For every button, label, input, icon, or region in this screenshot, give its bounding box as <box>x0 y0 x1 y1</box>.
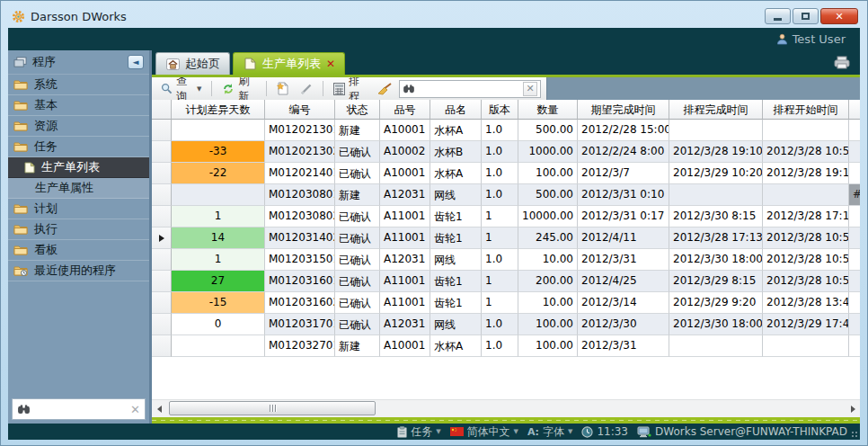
printer-icon[interactable] <box>833 56 851 69</box>
grid-row[interactable]: M012021301新建A10001水杯A1.0500.002012/2/28 … <box>152 120 860 141</box>
grid-cell[interactable]: A11001 <box>380 206 430 227</box>
scrollbar-thumb[interactable] <box>169 401 376 415</box>
grid-cell[interactable]: 新建 <box>335 120 380 141</box>
grid-cell[interactable]: 2012/3/28 10:52 <box>763 227 849 249</box>
grid-cell[interactable]: A10001 <box>380 163 430 184</box>
grid-cell[interactable]: 1.0 <box>482 184 518 206</box>
grid-cell[interactable]: 2012/3/28 10:52 <box>763 271 849 292</box>
row-selector-cell[interactable] <box>152 249 172 271</box>
grid-cell[interactable]: 已确认 <box>335 141 380 163</box>
row-selector-current[interactable] <box>152 227 172 249</box>
grid-cell[interactable]: -33 <box>172 141 265 163</box>
grid-cell[interactable]: 已确认 <box>335 314 380 335</box>
grid-cell[interactable]: 2012/3/28 19:10 <box>763 163 849 184</box>
grid-cell[interactable]: # <box>849 184 860 206</box>
grid-cell[interactable]: 200.00 <box>518 271 578 292</box>
grid-cell[interactable]: 500.00 <box>518 120 578 141</box>
column-header[interactable]: 数量 <box>518 100 578 120</box>
grid-cell[interactable] <box>669 120 763 141</box>
grid-cell[interactable]: 水杯B <box>430 141 482 163</box>
grid-cell[interactable] <box>849 249 860 271</box>
sidebar-item[interactable]: 最近使用的程序 <box>8 261 149 281</box>
clean-button[interactable] <box>374 81 395 97</box>
tab-production-order-list[interactable]: 生产单列表 ✕ <box>233 52 345 75</box>
grid-cell[interactable]: -22 <box>172 163 265 184</box>
grid-cell[interactable]: 2012/3/29 10:20 <box>669 163 763 184</box>
grid-cell[interactable] <box>172 184 265 206</box>
grid-cell[interactable]: A11001 <box>380 292 430 314</box>
grid-cell[interactable]: M012031701 <box>265 314 335 335</box>
grid-cell[interactable]: A10001 <box>380 120 430 141</box>
grid-cell[interactable]: 245.00 <box>518 227 578 249</box>
grid-cell[interactable]: 2012/3/7 <box>578 163 669 184</box>
grid-cell[interactable]: 1.0 <box>482 141 518 163</box>
tab-start-page[interactable]: 起始页 <box>155 52 230 75</box>
grid-cell[interactable]: 2012/2/24 8:00 <box>578 141 669 163</box>
column-header[interactable]: 期望完成时间 <box>578 100 669 120</box>
grid-cell[interactable]: 网线 <box>430 184 482 206</box>
sidebar-item[interactable]: 资源 <box>8 116 149 137</box>
grid-row[interactable]: 1M012030802已确认A11001齿轮1110000.002012/3/3… <box>152 206 860 227</box>
grid-cell[interactable] <box>849 335 860 357</box>
grid-cell[interactable]: M012032701 <box>265 335 335 357</box>
grid-cell[interactable] <box>849 206 860 227</box>
grid-row[interactable]: M012032701新建A10001水杯A1.0100.002012/3/31 <box>152 335 860 357</box>
grid-cell[interactable]: M012031602 <box>265 292 335 314</box>
column-header[interactable]: 品号 <box>380 100 430 120</box>
grid-cell[interactable]: 2012/3/29 17:46 <box>763 314 849 335</box>
grid-cell[interactable]: 2012/4/25 <box>578 271 669 292</box>
grid-cell[interactable]: M012030802 <box>265 206 335 227</box>
scroll-left-button[interactable] <box>152 401 166 416</box>
grid-cell[interactable]: 水杯A <box>430 335 482 357</box>
grid-cell[interactable]: 已确认 <box>335 271 380 292</box>
grid-cell[interactable] <box>849 163 860 184</box>
task-dropdown[interactable]: 任务 ▼ <box>397 424 440 440</box>
grid-cell[interactable] <box>763 120 849 141</box>
column-header[interactable]: 首 <box>849 100 860 120</box>
grid-cell[interactable]: 水杯A <box>430 163 482 184</box>
grid-cell[interactable] <box>763 335 849 357</box>
grid-cell[interactable]: A12031 <box>380 184 430 206</box>
grid-cell[interactable]: 1 <box>482 227 518 249</box>
grid-cell[interactable]: M012030801 <box>265 184 335 206</box>
grid-cell[interactable]: 1 <box>482 292 518 314</box>
grid-cell[interactable] <box>669 184 763 206</box>
grid-cell[interactable]: 齿轮1 <box>430 292 482 314</box>
restore-button[interactable] <box>793 8 819 24</box>
grid-cell[interactable] <box>669 335 763 357</box>
grid-cell[interactable]: 1 <box>172 249 265 271</box>
sidebar-item[interactable]: 生产单属性 <box>8 178 149 199</box>
grid-cell[interactable]: 2012/2/28 15:00 <box>578 120 669 141</box>
grid-cell[interactable]: 齿轮1 <box>430 206 482 227</box>
grid-cell[interactable]: 2012/3/14 <box>578 292 669 314</box>
grid-cell[interactable]: A12031 <box>380 249 430 271</box>
grid-cell[interactable]: 2012/3/28 19:10 <box>669 141 763 163</box>
grid-cell[interactable]: 10000.00 <box>518 206 578 227</box>
grid-cell[interactable]: 1.0 <box>482 335 518 357</box>
grid-cell[interactable]: A11001 <box>380 227 430 249</box>
column-header[interactable]: 品名 <box>430 100 482 120</box>
scroll-right-button[interactable] <box>846 401 860 416</box>
font-dropdown[interactable]: A: 字体 ▼ <box>527 424 573 440</box>
sidebar-item[interactable]: 看板 <box>8 240 149 261</box>
grid-cell[interactable]: 2012/3/31 <box>578 335 669 357</box>
column-header[interactable]: 状态 <box>335 100 380 120</box>
grid-cell[interactable]: 2012/3/31 0:17 <box>578 206 669 227</box>
grid-cell[interactable]: M012021401 <box>265 163 335 184</box>
grid-cell[interactable] <box>763 184 849 206</box>
row-selector-cell[interactable] <box>152 271 172 292</box>
grid-row[interactable]: 1M012031501已确认A12031网线1.010.002012/3/312… <box>152 249 860 271</box>
grid-cell[interactable]: 齿轮1 <box>430 227 482 249</box>
grid-cell[interactable]: 1.0 <box>482 120 518 141</box>
row-selector-cell[interactable] <box>152 292 172 314</box>
grid-row[interactable]: 14M012031402已确认A11001齿轮11245.002012/4/11… <box>152 227 860 249</box>
grid-row[interactable]: M012030801新建A12031网线1.0500.002012/3/31 0… <box>152 184 860 206</box>
grid-row[interactable]: -22M012021401已确认A10001水杯A1.0100.002012/3… <box>152 163 860 184</box>
language-dropdown[interactable]: 简体中文 ▼ <box>450 424 518 440</box>
grid-row[interactable]: -15M012031602已确认A11001齿轮1110.002012/3/14… <box>152 292 860 314</box>
grid-cell[interactable]: 1.0 <box>482 163 518 184</box>
grid-row[interactable]: 0M012031701已确认A12031网线1.0100.002012/3/30… <box>152 314 860 335</box>
grid-cell[interactable]: 2012/3/31 0:10 <box>578 184 669 206</box>
grid-cell[interactable] <box>849 227 860 249</box>
grid-cell[interactable]: 2012/3/30 <box>578 314 669 335</box>
